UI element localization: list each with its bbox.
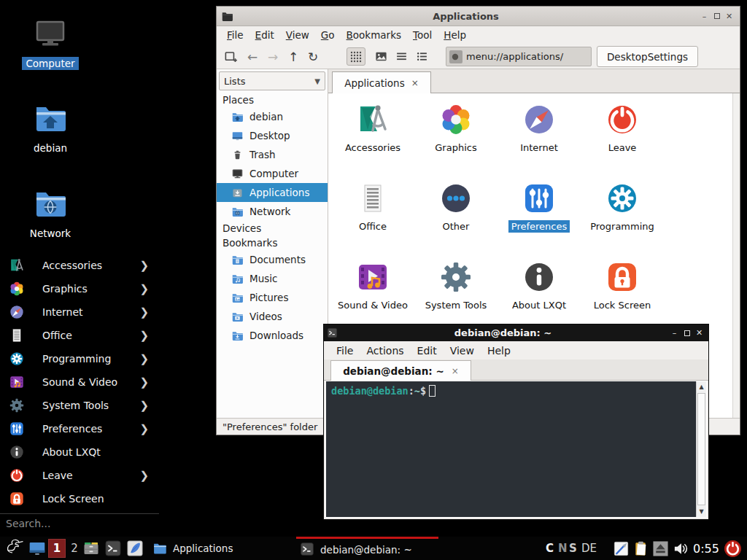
terminal-menu-help[interactable]: Help xyxy=(481,345,517,357)
quick-launch-text-editor[interactable] xyxy=(125,539,144,558)
lists-combobox[interactable]: Lists ▼ xyxy=(219,71,325,90)
new-tab-button[interactable] xyxy=(221,47,240,66)
main-menu-button[interactable] xyxy=(4,538,25,559)
sidebar-item-pictures[interactable]: Pictures xyxy=(217,288,328,307)
app-item-leave[interactable]: Leave xyxy=(581,102,663,154)
sidebar-item-downloads[interactable]: Downloads xyxy=(217,326,328,345)
kbd-indicator-s[interactable]: S xyxy=(569,537,577,560)
scroll-down-icon[interactable]: ▼ xyxy=(697,506,706,517)
desktop-icon-computer[interactable]: Computer xyxy=(15,16,85,70)
sidebar-item-music[interactable]: Music xyxy=(217,269,328,288)
minimize-button[interactable]: – xyxy=(698,11,711,22)
scroll-up-icon[interactable]: ▲ xyxy=(697,381,706,392)
terminal-menu-file[interactable]: File xyxy=(330,345,360,357)
refresh-button[interactable]: ↻ xyxy=(303,47,322,66)
sidebar-section-bookmarks[interactable]: Bookmarks xyxy=(217,236,328,250)
app-item-sound-video[interactable]: Sound & Video xyxy=(332,260,414,311)
menu-item-programming[interactable]: Programming❯ xyxy=(0,347,159,370)
keyboard-layout-indicator[interactable]: DE xyxy=(581,537,597,560)
fm-menu-edit[interactable]: Edit xyxy=(249,29,280,41)
task-button-debian-debian[interactable]: debian@debian: ~ xyxy=(296,537,438,560)
terminal-screen[interactable]: debian@debian:~$ xyxy=(326,381,696,517)
app-item-preferences[interactable]: Preferences xyxy=(498,181,580,233)
address-bar[interactable]: menu://applications/ xyxy=(446,47,592,66)
app-item-office[interactable]: Office xyxy=(332,181,414,233)
sidebar-item-network[interactable]: Network xyxy=(217,202,328,221)
tray-screenshot-button[interactable] xyxy=(612,540,630,557)
app-item-graphics[interactable]: Graphics xyxy=(415,102,497,154)
app-item-accessories[interactable]: Accessories xyxy=(332,102,414,154)
tab-close-icon[interactable]: × xyxy=(452,366,459,376)
show-desktop-button[interactable] xyxy=(28,540,47,557)
thumbnail-view-button[interactable] xyxy=(371,47,390,66)
terminal-menu-view[interactable]: View xyxy=(444,345,481,357)
tab-close-icon[interactable]: × xyxy=(411,78,419,88)
task-button-applications[interactable]: Applications xyxy=(149,537,291,560)
terminal-titlebar[interactable]: debian@debian: ~ – ✕ xyxy=(324,324,708,341)
sidebar-item-debian[interactable]: debian xyxy=(217,107,328,126)
menu-item-system-tools[interactable]: System Tools❯ xyxy=(0,394,159,417)
sidebar-item-applications[interactable]: Applications xyxy=(217,183,328,202)
terminal-menu-edit[interactable]: Edit xyxy=(411,345,444,357)
minimize-button[interactable]: – xyxy=(668,327,681,338)
menu-item-leave[interactable]: Leave❯ xyxy=(0,464,159,487)
app-item-programming[interactable]: Programming xyxy=(581,181,663,233)
sidebar-item-trash[interactable]: Trash xyxy=(217,145,328,164)
clock[interactable]: 0:55 xyxy=(693,537,719,560)
vertical-scrollbar[interactable] xyxy=(732,93,740,418)
close-button[interactable]: ✕ xyxy=(693,327,705,338)
sidebar-item-desktop[interactable]: Desktop xyxy=(217,126,328,145)
detailed-view-button[interactable] xyxy=(412,47,431,66)
fm-menu-file[interactable]: File xyxy=(221,29,249,41)
maximize-button[interactable] xyxy=(681,327,693,338)
fm-menu-go[interactable]: Go xyxy=(315,29,341,41)
sidebar-item-computer[interactable]: Computer xyxy=(217,164,328,183)
kbd-indicator-c[interactable]: C xyxy=(546,537,554,560)
fm-menu-view[interactable]: View xyxy=(280,29,315,41)
app-item-lock-screen[interactable]: Lock Screen xyxy=(581,260,663,311)
up-button[interactable]: ↑ xyxy=(284,47,303,66)
quick-launch-file-manager[interactable] xyxy=(82,539,101,558)
sidebar-section-places[interactable]: Places xyxy=(217,93,328,107)
power-button[interactable] xyxy=(723,539,743,559)
desktop-settings-button[interactable]: DesktopSettings xyxy=(597,46,698,67)
tab-applications[interactable]: Applications × xyxy=(332,71,431,93)
close-button[interactable]: ✕ xyxy=(723,11,735,22)
sidebar-section-devices[interactable]: Devices xyxy=(217,221,328,236)
menu-item-preferences[interactable]: Preferences❯ xyxy=(0,417,159,440)
tray-clipboard-button[interactable] xyxy=(632,540,649,557)
menu-item-lock-screen[interactable]: Lock Screen xyxy=(0,487,159,510)
fm-menu-help[interactable]: Help xyxy=(438,29,472,41)
file-manager-titlebar[interactable]: Applications – ✕ xyxy=(217,7,740,26)
tray-volume-button[interactable] xyxy=(672,540,689,557)
menu-item-office[interactable]: Office❯ xyxy=(0,324,159,347)
sidebar-item-documents[interactable]: Documents xyxy=(217,250,328,269)
app-item-internet[interactable]: Internet xyxy=(498,102,580,154)
desktop-icon-network[interactable]: Network xyxy=(15,186,85,240)
terminal-menu-actions[interactable]: Actions xyxy=(360,345,410,357)
tray-eject-button[interactable] xyxy=(651,540,669,557)
fm-menu-bookmarks[interactable]: Bookmarks xyxy=(341,29,407,41)
app-item-system-tools[interactable]: System Tools xyxy=(415,260,497,311)
menu-item-accessories[interactable]: Accessories❯ xyxy=(0,254,159,277)
compact-view-button[interactable] xyxy=(392,47,411,66)
forward-button[interactable]: → xyxy=(263,47,282,66)
menu-item-sound-video[interactable]: Sound & Video❯ xyxy=(0,370,159,394)
sidebar-item-videos[interactable]: Videos xyxy=(217,307,328,326)
app-item-about-lxqt[interactable]: About LXQt xyxy=(498,260,580,311)
menu-search-input[interactable] xyxy=(0,514,159,533)
quick-launch-terminal[interactable] xyxy=(104,539,123,558)
maximize-button[interactable] xyxy=(711,11,723,22)
desktop-icon-debian[interactable]: debian xyxy=(15,101,85,155)
workspace-2-button[interactable]: 2 xyxy=(69,539,80,558)
terminal-scrollbar[interactable]: ▲ ▼ xyxy=(696,381,706,517)
fm-menu-tool[interactable]: Tool xyxy=(407,29,438,41)
workspace-1-button[interactable]: 1 xyxy=(48,539,66,558)
kbd-indicator-n[interactable]: N xyxy=(558,537,568,560)
menu-item-about-lxqt[interactable]: About LXQt xyxy=(0,440,159,464)
app-item-other[interactable]: Other xyxy=(415,181,497,233)
back-button[interactable]: ← xyxy=(243,47,262,66)
icon-view-button[interactable] xyxy=(347,47,365,66)
menu-item-internet[interactable]: Internet❯ xyxy=(0,300,159,324)
scrollbar-thumb[interactable] xyxy=(697,393,705,505)
